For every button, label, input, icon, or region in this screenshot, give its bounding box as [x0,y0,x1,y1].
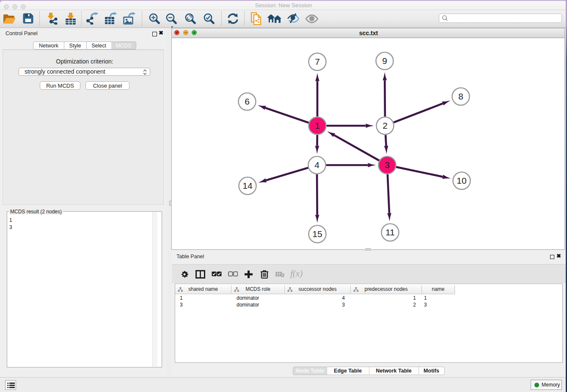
svg-text:4: 4 [314,160,319,170]
svg-text:7: 7 [315,57,320,66]
svg-text:8: 8 [458,91,463,101]
svg-text:1: 1 [315,121,320,130]
svg-text:10: 10 [457,176,466,185]
svg-text:6: 6 [245,97,250,106]
svg-text:11: 11 [385,227,395,237]
svg-text:9: 9 [382,56,387,66]
svg-text:2: 2 [383,121,388,130]
svg-text:3: 3 [385,160,390,170]
svg-text:15: 15 [312,229,322,239]
svg-text:14: 14 [242,181,253,190]
